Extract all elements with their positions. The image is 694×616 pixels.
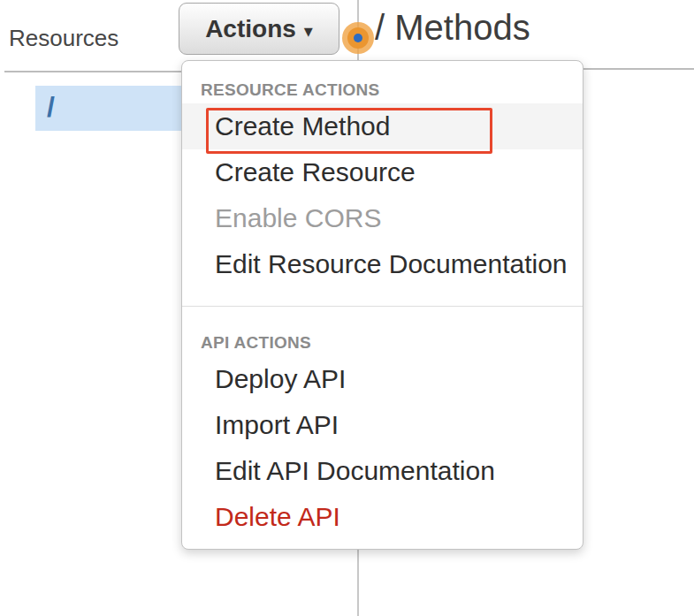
menu-section-header-api-actions: API ACTIONS (182, 307, 583, 356)
actions-button-label: Actions (205, 15, 296, 43)
actions-button[interactable]: Actions ▾ (179, 3, 339, 55)
click-indicator-icon (342, 22, 374, 54)
menu-item-enable-cors[interactable]: Enable CORS (182, 195, 583, 241)
menu-item-edit-api-documentation[interactable]: Edit API Documentation (182, 448, 583, 494)
api-gateway-resources-page: Resources / Methods / Actions ▾ RESOURCE… (0, 0, 694, 616)
menu-item-delete-api[interactable]: Delete API (182, 494, 583, 540)
resources-panel-title: Resources (9, 24, 118, 52)
menu-item-deploy-api[interactable]: Deploy API (182, 356, 583, 402)
menu-item-create-resource[interactable]: Create Resource (182, 149, 583, 195)
menu-item-create-method[interactable]: Create Method (182, 103, 583, 149)
methods-panel-title: / Methods (375, 7, 530, 48)
caret-down-icon: ▾ (304, 20, 313, 42)
menu-item-edit-resource-documentation[interactable]: Edit Resource Documentation (182, 241, 583, 287)
menu-item-import-api[interactable]: Import API (182, 402, 583, 448)
menu-section-header-resource-actions: RESOURCE ACTIONS (182, 77, 583, 103)
actions-dropdown-menu: RESOURCE ACTIONS Create Method Create Re… (181, 60, 583, 550)
click-indicator-dot (354, 34, 362, 42)
click-indicator-ring (347, 27, 369, 49)
